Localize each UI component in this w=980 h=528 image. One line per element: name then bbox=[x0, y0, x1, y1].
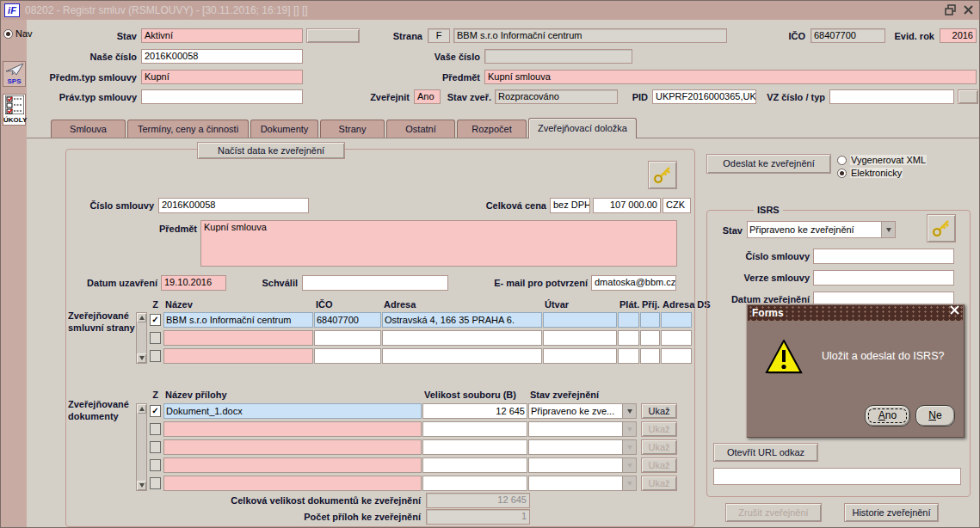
dokumenty-row5-nazev[interactable] bbox=[163, 476, 422, 491]
predmet-field[interactable]: Kupní smlouva bbox=[484, 70, 977, 84]
dokumenty-scrollbar[interactable] bbox=[136, 403, 147, 491]
cena-amount-field[interactable]: 107 000.00 bbox=[593, 198, 661, 213]
strany-row3-nazev[interactable] bbox=[163, 348, 313, 364]
dokumenty-row1-stav-dropdown[interactable]: Připraveno ke zve... bbox=[528, 403, 637, 419]
dokumenty-row3-velikost[interactable] bbox=[422, 439, 527, 455]
dokumenty-row-2[interactable]: Ukaž bbox=[148, 421, 677, 437]
strany-row3-checkbox[interactable] bbox=[150, 350, 161, 362]
dokumenty-row-1[interactable]: ✓ Dokument_1.docx 12 645 Připraveno ke z… bbox=[148, 403, 677, 419]
strany-row-2[interactable] bbox=[148, 330, 692, 346]
strany-row1-checkbox[interactable]: ✓ bbox=[150, 314, 161, 326]
strany-row-1[interactable]: ✓ BBM s.r.o Informační centrum 68407700 … bbox=[148, 312, 692, 328]
nav-toggle[interactable]: Nav bbox=[3, 28, 33, 39]
cena-mena-field[interactable]: CZK bbox=[663, 198, 691, 213]
radio-electronic-icon[interactable] bbox=[837, 169, 847, 178]
cislo-smlouvy-field[interactable]: 2016K00058 bbox=[158, 198, 309, 213]
dokumenty-row-5[interactable]: Ukaž bbox=[148, 476, 677, 491]
strany-row3-adresa-ds[interactable] bbox=[661, 348, 692, 364]
strany-scrollbar[interactable] bbox=[136, 312, 147, 364]
isrs-stav-dropdown[interactable]: Připraveno ke zveřejnění bbox=[747, 221, 896, 238]
strany-row1-utvar[interactable] bbox=[543, 312, 617, 328]
tab-rozpocet[interactable]: Rozpočet bbox=[457, 120, 527, 138]
strany-row3-plat[interactable] bbox=[618, 348, 639, 364]
datum-uzavreni-field[interactable]: 19.10.2016 bbox=[161, 275, 226, 291]
vase-cislo-field[interactable] bbox=[484, 49, 632, 64]
strany-row1-plat[interactable] bbox=[618, 312, 639, 328]
isrs-cislo-field[interactable] bbox=[813, 249, 954, 264]
predm-typ-field[interactable]: Kupní bbox=[141, 70, 303, 84]
dokumenty-row-3[interactable]: Ukaž bbox=[148, 439, 677, 455]
strany-row2-plat[interactable] bbox=[618, 330, 639, 346]
yes-button[interactable]: Ano bbox=[865, 405, 910, 427]
tab-zverejnovaci-dolozka[interactable]: Zveřejňovací doložka bbox=[528, 118, 637, 138]
url-field[interactable] bbox=[713, 468, 961, 485]
email-field[interactable]: dmatoska@bbm.cz bbox=[591, 275, 676, 291]
tab-strany[interactable]: Strany bbox=[320, 120, 385, 138]
dokumenty-row2-velikost[interactable] bbox=[422, 421, 527, 437]
chevron-down-icon[interactable] bbox=[622, 404, 636, 418]
chevron-down-icon[interactable] bbox=[881, 222, 895, 237]
open-url-button[interactable]: Otevřít URL odkaz bbox=[713, 443, 818, 462]
tab-ostatni[interactable]: Ostatní bbox=[386, 120, 455, 138]
zverejnit-field[interactable]: Ano bbox=[414, 89, 441, 104]
radio-xml-icon[interactable] bbox=[837, 156, 847, 165]
strany-row-3[interactable] bbox=[148, 348, 692, 364]
key-button-main[interactable] bbox=[648, 161, 677, 189]
scroll-up-icon[interactable] bbox=[137, 313, 146, 322]
radio-option-electronic[interactable]: Elektronicky bbox=[837, 168, 903, 178]
strany-row1-prij[interactable] bbox=[640, 312, 660, 328]
dokumenty-row4-checkbox[interactable] bbox=[150, 459, 161, 471]
vz-cislo-field[interactable] bbox=[829, 89, 954, 104]
dokumenty-row1-velikost[interactable]: 12 645 bbox=[422, 403, 527, 419]
strany-row1-nazev[interactable]: BBM s.r.o Informační centrum bbox=[163, 312, 313, 328]
publish-history-button[interactable]: Historie zveřejnění bbox=[844, 503, 939, 522]
dokumenty-row4-velikost[interactable] bbox=[422, 457, 527, 473]
dokumenty-row1-nazev[interactable]: Dokument_1.docx bbox=[163, 403, 422, 419]
scroll-up-icon[interactable] bbox=[137, 404, 146, 414]
radio-option-xml[interactable]: Vygenerovat XML bbox=[837, 155, 927, 165]
pid-field[interactable]: UKPRF2016000365,UKPF bbox=[652, 89, 756, 104]
strany-row3-ico[interactable] bbox=[314, 348, 381, 364]
strany-row1-ico[interactable]: 68407700 bbox=[314, 312, 381, 328]
strana-name-field[interactable]: BBM s.r.o Informační centrum bbox=[453, 28, 727, 43]
tab-dokumenty[interactable]: Dokumenty bbox=[250, 120, 318, 138]
tab-terminy-ceny-cinnosti[interactable]: Termíny, ceny a činnosti bbox=[127, 120, 249, 138]
dokumenty-row5-checkbox[interactable] bbox=[150, 477, 161, 489]
dokumenty-row-4[interactable]: Ukaž bbox=[148, 457, 677, 473]
close-window-icon[interactable] bbox=[963, 4, 977, 16]
nav-radio-icon[interactable] bbox=[3, 29, 13, 39]
scroll-down-icon[interactable] bbox=[137, 353, 146, 363]
isrs-verze-field[interactable] bbox=[813, 270, 954, 285]
load-publish-data-button[interactable]: Načíst data ke zveřejnění bbox=[197, 142, 345, 159]
strany-row1-adresa-ds[interactable] bbox=[661, 312, 692, 328]
dialog-titlebar[interactable]: Forms bbox=[748, 305, 963, 321]
stav-field[interactable]: Aktivní bbox=[141, 28, 303, 43]
prav-typ-field[interactable] bbox=[141, 89, 303, 104]
strana-code-field[interactable]: F bbox=[428, 28, 450, 43]
strany-row2-nazev[interactable] bbox=[163, 330, 313, 346]
strany-row2-ico[interactable] bbox=[314, 330, 381, 346]
dokumenty-row1-checkbox[interactable]: ✓ bbox=[150, 405, 161, 417]
vz-lov-button[interactable] bbox=[958, 89, 978, 104]
restore-window-icon[interactable] bbox=[945, 4, 958, 16]
ukoly-button[interactable]: ÚKOLY bbox=[3, 94, 26, 126]
evid-rok-field[interactable]: 2016 bbox=[940, 28, 977, 43]
strany-row2-adresa[interactable] bbox=[382, 330, 542, 346]
dokumenty-row2-checkbox[interactable] bbox=[150, 423, 161, 435]
strany-row2-checkbox[interactable] bbox=[150, 332, 161, 344]
strany-row2-utvar[interactable] bbox=[543, 330, 617, 346]
sps-button[interactable]: SPS bbox=[3, 61, 26, 87]
show-document-button[interactable]: Ukaž bbox=[641, 403, 677, 419]
no-button[interactable]: Ne bbox=[915, 405, 955, 427]
close-icon[interactable] bbox=[947, 305, 961, 317]
strany-row2-adresa-ds[interactable] bbox=[661, 330, 692, 346]
send-to-publish-button[interactable]: Odeslat ke zveřejnění bbox=[706, 154, 831, 174]
dokumenty-row2-nazev[interactable] bbox=[163, 421, 422, 437]
cena-typ-field[interactable]: bez DPH bbox=[550, 198, 590, 213]
strany-row1-adresa[interactable]: Ostravská 4, 166 35 PRAHA 6. bbox=[382, 312, 542, 328]
strany-row3-adresa[interactable] bbox=[382, 348, 542, 364]
stav-zver-field[interactable]: Rozpracováno bbox=[495, 89, 618, 104]
main-predmet-textarea[interactable]: Kupní smlouva bbox=[200, 220, 677, 267]
scroll-down-icon[interactable] bbox=[137, 481, 146, 490]
tab-smlouva[interactable]: Smlouva bbox=[51, 120, 126, 138]
